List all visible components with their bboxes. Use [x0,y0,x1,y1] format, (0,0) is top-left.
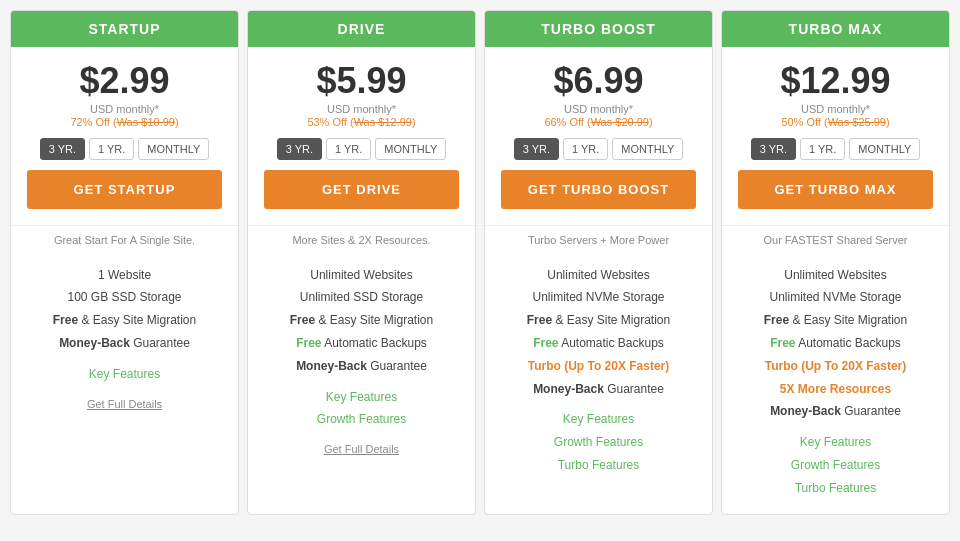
billing-btn-turbo-max-3yr.[interactable]: 3 YR. [751,138,796,160]
plan-tagline-drive: More Sites & 2X Resources. [248,225,475,254]
feature-line: 1 Website [25,264,224,287]
feature-line: Free & Easy Site Migration [499,309,698,332]
feature-line: Free Automatic Backups [736,332,935,355]
plan-features-startup: 1 Website100 GB SSD StorageFree & Easy S… [11,254,238,514]
feature-line: Turbo (Up To 20X Faster) [499,355,698,378]
plan-body-turbo-max: $12.99USD monthly*50% Off (Was $25.99)3 … [722,47,949,225]
link-full-details-startup[interactable]: Get Full Details [25,394,224,415]
plan-tagline-turbo-max: Our FASTEST Shared Server [722,225,949,254]
plan-card-drive: DRIVE$5.99USD monthly*53% Off (Was $12.9… [247,10,476,515]
feature-line: Free & Easy Site Migration [25,309,224,332]
billing-btn-turbo-boost-3yr.[interactable]: 3 YR. [514,138,559,160]
link-separator [262,431,461,439]
billing-toggle-turbo-boost: 3 YR.1 YR.MONTHLY [501,138,696,160]
plan-features-turbo-max: Unlimited WebsitesUnlimited NVMe Storage… [722,254,949,514]
link-key-features-startup[interactable]: Key Features [25,363,224,386]
plan-price-sub-startup: USD monthly* [27,103,222,115]
billing-btn-drive-monthly[interactable]: MONTHLY [375,138,446,160]
billing-btn-startup-1yr.[interactable]: 1 YR. [89,138,134,160]
feature-line: Money-Back Guarantee [499,378,698,401]
link-turbo-features-turbo-boost[interactable]: Turbo Features [499,454,698,477]
link-growth-features-turbo-boost[interactable]: Growth Features [499,431,698,454]
feature-line: Turbo (Up To 20X Faster) [736,355,935,378]
feature-line: 100 GB SSD Storage [25,286,224,309]
billing-btn-drive-3yr.[interactable]: 3 YR. [277,138,322,160]
plan-features-drive: Unlimited WebsitesUnlimited SSD StorageF… [248,254,475,514]
plan-price-startup: $2.99 [27,61,222,101]
plan-header-drive: DRIVE [248,11,475,47]
billing-toggle-drive: 3 YR.1 YR.MONTHLY [264,138,459,160]
plan-discount-turbo-boost: 66% Off (Was $20.99) [501,116,696,128]
plan-header-turbo-boost: TURBO BOOST [485,11,712,47]
plan-card-turbo-max: TURBO MAX$12.99USD monthly*50% Off (Was … [721,10,950,515]
plan-price-turbo-boost: $6.99 [501,61,696,101]
plan-price-sub-turbo-max: USD monthly* [738,103,933,115]
feature-line: Unlimited Websites [262,264,461,287]
feature-line: Unlimited Websites [499,264,698,287]
plan-discount-drive: 53% Off (Was $12.99) [264,116,459,128]
link-key-features-turbo-boost[interactable]: Key Features [499,408,698,431]
feature-line: Money-Back Guarantee [736,400,935,423]
pricing-grid: STARTUP$2.99USD monthly*72% Off (Was $10… [10,10,950,515]
feature-line: Money-Back Guarantee [262,355,461,378]
feature-line: Unlimited NVMe Storage [499,286,698,309]
billing-btn-turbo-max-monthly[interactable]: MONTHLY [849,138,920,160]
feature-line: Free & Easy Site Migration [736,309,935,332]
feature-line: Free Automatic Backups [262,332,461,355]
plan-discount-turbo-max: 50% Off (Was $25.99) [738,116,933,128]
link-separator [25,386,224,394]
link-turbo-features-turbo-max[interactable]: Turbo Features [736,477,935,500]
link-full-details-drive[interactable]: Get Full Details [262,439,461,460]
feature-line: Unlimited SSD Storage [262,286,461,309]
cta-button-turbo-max[interactable]: GET TURBO MAX [738,170,933,209]
link-growth-features-drive[interactable]: Growth Features [262,408,461,431]
feature-line: Money-Back Guarantee [25,332,224,355]
plan-header-startup: STARTUP [11,11,238,47]
billing-btn-turbo-max-1yr.[interactable]: 1 YR. [800,138,845,160]
plan-discount-startup: 72% Off (Was $10.99) [27,116,222,128]
plan-tagline-startup: Great Start For A Single Site. [11,225,238,254]
feature-line: Free Automatic Backups [499,332,698,355]
billing-toggle-startup: 3 YR.1 YR.MONTHLY [27,138,222,160]
link-key-features-turbo-max[interactable]: Key Features [736,431,935,454]
plan-body-turbo-boost: $6.99USD monthly*66% Off (Was $20.99)3 Y… [485,47,712,225]
billing-toggle-turbo-max: 3 YR.1 YR.MONTHLY [738,138,933,160]
feature-line: 5X More Resources [736,378,935,401]
cta-button-startup[interactable]: GET STARTUP [27,170,222,209]
plan-price-sub-drive: USD monthly* [264,103,459,115]
billing-btn-startup-3yr.[interactable]: 3 YR. [40,138,85,160]
plan-price-drive: $5.99 [264,61,459,101]
feature-line: Unlimited NVMe Storage [736,286,935,309]
plan-price-sub-turbo-boost: USD monthly* [501,103,696,115]
plan-card-turbo-boost: TURBO BOOST$6.99USD monthly*66% Off (Was… [484,10,713,515]
plan-tagline-turbo-boost: Turbo Servers + More Power [485,225,712,254]
billing-btn-turbo-boost-monthly[interactable]: MONTHLY [612,138,683,160]
link-key-features-drive[interactable]: Key Features [262,386,461,409]
feature-line: Unlimited Websites [736,264,935,287]
feature-line: Free & Easy Site Migration [262,309,461,332]
cta-button-drive[interactable]: GET DRIVE [264,170,459,209]
billing-btn-startup-monthly[interactable]: MONTHLY [138,138,209,160]
cta-button-turbo-boost[interactable]: GET TURBO BOOST [501,170,696,209]
plan-body-startup: $2.99USD monthly*72% Off (Was $10.99)3 Y… [11,47,238,225]
link-growth-features-turbo-max[interactable]: Growth Features [736,454,935,477]
plan-features-turbo-boost: Unlimited WebsitesUnlimited NVMe Storage… [485,254,712,514]
plan-header-turbo-max: TURBO MAX [722,11,949,47]
plan-price-turbo-max: $12.99 [738,61,933,101]
plan-body-drive: $5.99USD monthly*53% Off (Was $12.99)3 Y… [248,47,475,225]
billing-btn-turbo-boost-1yr.[interactable]: 1 YR. [563,138,608,160]
plan-card-startup: STARTUP$2.99USD monthly*72% Off (Was $10… [10,10,239,515]
billing-btn-drive-1yr.[interactable]: 1 YR. [326,138,371,160]
